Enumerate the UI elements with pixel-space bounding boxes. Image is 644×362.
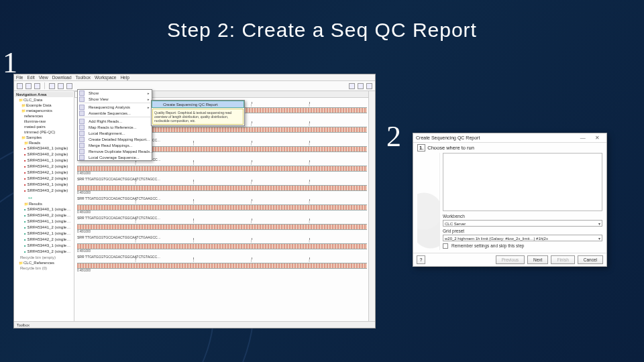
sequence-row[interactable]: SRR TTGATGCGTGCCAGACTGGCAATCTGTAGCC…||||… xyxy=(77,255,367,272)
menu-toolbox[interactable]: Toolbox xyxy=(76,75,91,80)
tb-new-icon[interactable] xyxy=(17,83,23,89)
sequence-scale-label: 0.48/1000 xyxy=(77,230,367,233)
tree-result-item[interactable]: SRR453441_2 (single) reads xyxy=(15,225,73,231)
remember-label: Remember settings and skip this step xyxy=(451,243,524,248)
cancel-button[interactable]: Cancel xyxy=(578,255,603,264)
menu-file[interactable]: File xyxy=(16,75,23,80)
tool-icon xyxy=(79,105,85,110)
side-options-strip[interactable] xyxy=(368,91,375,321)
next-button[interactable]: Next xyxy=(527,255,548,264)
remember-checkbox[interactable] xyxy=(443,243,448,249)
sequence-row[interactable]: SRR TTGATGCGTGCCAGACTGGCAATCTGAAGCC…||||… xyxy=(77,235,367,253)
wizard-graphic xyxy=(417,153,440,250)
selection-arrow-icon: ↔ xyxy=(15,194,73,201)
tree-result-item[interactable]: SRR453440_1 (single) reads xyxy=(15,206,73,213)
tree-read-item[interactable]: SRR453440_1 (single) xyxy=(15,145,73,152)
tree-read-item[interactable]: SRR453442_1 (single) xyxy=(15,170,73,176)
tool-icon xyxy=(79,111,85,116)
sequence-row[interactable]: SRR TTGATGCGTGCCAGACTGGCAATCTGTAGCC…||||… xyxy=(77,216,367,233)
cm-assemble[interactable]: Assemble Sequences... xyxy=(78,110,152,116)
tree-result-item[interactable]: SRR453441_1 (single) reads xyxy=(15,219,73,225)
tb-copy-icon[interactable] xyxy=(66,83,72,89)
cm-tooltip-text: Quality Report: Graphical & textual sequ… xyxy=(152,109,244,125)
sequence-track[interactable] xyxy=(77,204,367,210)
previous-button[interactable]: Previous xyxy=(496,255,525,264)
tree-read-item[interactable]: SRR453441_2 (single) xyxy=(15,164,73,170)
cm-local-realign[interactable]: Local Realignment... xyxy=(78,130,152,136)
sequence-row[interactable]: SRR TTGATGCGTGCCAGACTGGCAATCTGAAGCC…||||… xyxy=(77,196,367,214)
context-submenu[interactable]: Create Sequencing QC Report Quality Repo… xyxy=(151,100,245,126)
sequence-track[interactable] xyxy=(77,166,367,172)
menu-download[interactable]: Download xyxy=(52,75,72,80)
wizard-step-label: 1.Choose where to run xyxy=(413,143,606,153)
menu-help[interactable]: Help xyxy=(120,75,129,80)
navigation-tree[interactable]: Navigation Area CLC_Data Example Data me… xyxy=(14,91,74,321)
tree-node[interactable]: references xyxy=(15,113,73,119)
cm-reseq[interactable]: Resequencing Analysis xyxy=(78,104,152,110)
grid-preset-select[interactable]: w20_2 highmem 1h limit (Galaxy: #low_2x_… xyxy=(443,235,602,241)
sequence-track[interactable] xyxy=(77,243,367,249)
sequence-scale-label: 0.48/1000 xyxy=(77,191,367,194)
tree-read-item[interactable]: SRR453443_2 (single) xyxy=(15,188,73,194)
tree-results-folder[interactable]: Results xyxy=(15,201,73,206)
tb-fit-icon[interactable] xyxy=(358,83,364,89)
status-bar: Toolbox xyxy=(14,321,375,328)
tree-samples-folder[interactable]: Samples xyxy=(15,135,73,140)
tree-node[interactable]: mated-pairs xyxy=(15,124,73,129)
tree-result-item[interactable]: SRR453442_1 (single) reads xyxy=(15,231,73,237)
tool-icon xyxy=(79,131,85,136)
tb-print-icon[interactable] xyxy=(49,83,55,89)
cm-dedup[interactable]: Remove Duplicate Mapped Reads... xyxy=(78,148,152,154)
tool-icon xyxy=(79,119,85,124)
cm-local-cov[interactable]: Local Coverage Sequence... xyxy=(78,154,152,160)
help-button[interactable]: ? xyxy=(417,255,425,264)
cm-mapping-report[interactable]: Create Detailed Mapping Report... xyxy=(78,136,152,142)
tb-import-icon[interactable] xyxy=(34,83,40,89)
tree-read-item[interactable]: SRR453440_2 (single) xyxy=(15,152,73,158)
cm-show-view[interactable]: Show View xyxy=(78,96,152,102)
tree-node[interactable]: trimmed (PE-QC) xyxy=(15,129,73,135)
tree-result-item[interactable]: SRR453443_1 (single) reads xyxy=(15,243,73,249)
cm-show[interactable]: Show xyxy=(78,90,152,96)
cm-map-reads[interactable]: Map Reads to Reference... xyxy=(78,124,152,130)
tree-read-item[interactable]: SRR453441_1 (single) xyxy=(15,158,73,164)
tree-node[interactable]: Recycle bin (0) xyxy=(15,265,73,271)
menu-edit[interactable]: Edit xyxy=(27,75,34,80)
tb-layout-icon[interactable] xyxy=(366,83,372,89)
sequence-track[interactable] xyxy=(77,263,367,269)
tree-node[interactable]: Example Data xyxy=(15,103,73,108)
tree-result-item[interactable]: SRR453443_2 (single) reads xyxy=(15,249,73,255)
tree-node[interactable]: CLC_Data xyxy=(15,97,73,103)
workbench-select[interactable]: CLC Server xyxy=(443,220,602,227)
sequence-scale-label: 0.48/1000 xyxy=(77,249,367,253)
tree-node[interactable]: illumina-raw xyxy=(15,119,73,124)
sequence-track[interactable] xyxy=(77,185,367,191)
menu-workspace[interactable]: Workspace xyxy=(95,75,116,80)
grid-preset-label: Grid preset xyxy=(443,229,464,233)
cm-merge[interactable]: Merge Read Mappings... xyxy=(78,142,152,148)
tree-result-item[interactable]: SRR453440_2 (single) reads xyxy=(15,213,73,219)
tree-reads-folder[interactable]: Reads xyxy=(15,140,73,145)
tree-node[interactable]: metagenomics xyxy=(15,108,73,113)
tb-zoom-icon[interactable] xyxy=(349,83,355,89)
tool-icon xyxy=(79,137,85,142)
tb-cut-icon[interactable] xyxy=(58,83,64,89)
tree-node[interactable]: CLC_References xyxy=(15,260,73,265)
window-buttons[interactable]: — ✕ xyxy=(580,135,604,141)
finish-button[interactable]: Finish xyxy=(551,255,574,264)
context-menu[interactable]: Show Show View Resequencing Analysis Ass… xyxy=(77,89,152,161)
app-main-window: File Edit View Download Toolbox Workspac… xyxy=(13,74,376,328)
sequence-scale-label: 0.48/1000 xyxy=(77,269,367,272)
cm-add-reads[interactable]: Add Right Reads... xyxy=(78,118,152,124)
tree-node[interactable]: Recycle bin (empty) xyxy=(15,255,73,260)
tree-read-item[interactable]: SRR453442_2 (single) xyxy=(15,176,73,182)
menu-view[interactable]: View xyxy=(39,75,48,80)
toolbar xyxy=(14,81,375,91)
tree-read-item[interactable]: SRR453443_1 (single) xyxy=(15,182,73,188)
view-icon xyxy=(79,97,85,102)
tree-result-item[interactable]: SRR453442_2 (single) reads xyxy=(15,237,73,243)
sequence-track[interactable] xyxy=(77,224,367,230)
sequence-row[interactable]: SRR TTGATGCGTGCCAGACTGGCAATCTGTAGCC…||||… xyxy=(77,177,367,194)
tb-save-icon[interactable] xyxy=(25,83,32,89)
cm-create-qc-report[interactable]: Create Sequencing QC Report xyxy=(152,101,244,108)
